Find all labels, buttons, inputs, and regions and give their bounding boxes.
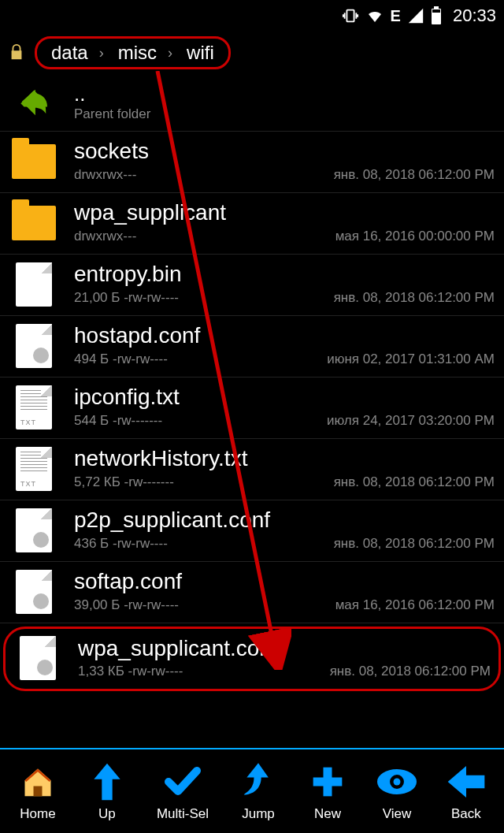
item-name: hostapd.conf [74, 324, 495, 348]
item-meta: 1,33 КБ -rw-rw---- [78, 664, 183, 679]
item-meta: 494 Б -rw-rw---- [74, 351, 168, 367]
folder-row[interactable]: socketsdrwxrwx---янв. 08, 2018 06:12:00 … [0, 132, 504, 193]
home-button[interactable]: Home [18, 762, 57, 822]
toolbar-label: Home [20, 806, 55, 822]
txt-file-icon [16, 385, 52, 430]
file-row[interactable]: networkHistory.txt5,72 КБ -rw-------янв.… [0, 439, 504, 500]
item-date: янв. 08, 2018 06:12:00 PM [330, 664, 491, 679]
toolbar-label: View [383, 806, 412, 822]
item-meta: drwxrwx--- [74, 229, 136, 244]
parent-folder-row[interactable]: .. Parent folder [0, 74, 504, 132]
conf-file-icon [16, 570, 52, 614]
breadcrumb-row: data› misc› wifi [0, 32, 504, 74]
signal-icon [407, 7, 424, 24]
file-icon [16, 262, 52, 307]
clock: 20:33 [453, 6, 496, 26]
item-name: wpa_supplicant [74, 201, 495, 225]
svg-rect-0 [346, 10, 354, 22]
file-row[interactable]: hostapd.conf494 Б -rw-rw----июня 02, 201… [0, 316, 504, 377]
back-arrow-icon [16, 84, 52, 120]
svg-rect-7 [313, 778, 343, 787]
parent-dots: .. [74, 82, 495, 106]
battery-icon [431, 6, 442, 25]
svg-point-10 [393, 779, 400, 786]
item-date: мая 16, 2016 06:12:00 PM [335, 597, 495, 613]
network-edge-icon: E [391, 7, 401, 25]
wifi-icon [365, 6, 384, 25]
file-row[interactable]: entropy.bin21,00 Б -rw-rw----янв. 08, 20… [0, 255, 504, 316]
check-icon [163, 762, 202, 801]
item-date: янв. 08, 2018 06:12:00 PM [334, 167, 495, 183]
svg-rect-5 [33, 787, 42, 797]
item-name: p2p_supplicant.conf [74, 508, 495, 533]
item-date: июля 24, 2017 03:20:00 PM [327, 413, 495, 429]
breadcrumb-segment[interactable]: misc› [118, 42, 172, 64]
chevron-right-icon: › [168, 45, 172, 61]
bottom-toolbar: Home Up Multi-Sel Jump New View Back [0, 748, 504, 833]
item-date: янв. 08, 2018 06:12:00 PM [334, 474, 495, 490]
item-name: wpa_supplicant.conf [78, 637, 491, 661]
toolbar-label: Jump [242, 806, 275, 822]
file-list[interactable]: .. Parent folder socketsdrwxrwx---янв. 0… [0, 74, 504, 691]
item-meta: 39,00 Б -rw-rw---- [74, 597, 179, 613]
lock-icon[interactable] [8, 43, 27, 62]
status-bar: E 20:33 [0, 0, 504, 32]
toolbar-label: New [314, 806, 341, 822]
folder-icon [12, 206, 56, 240]
item-name: entropy.bin [74, 262, 495, 287]
toolbar-label: Up [98, 806, 116, 822]
item-name: ipconfig.txt [74, 385, 495, 410]
breadcrumb-segment[interactable]: data› [51, 42, 104, 64]
item-date: янв. 08, 2018 06:12:00 PM [334, 290, 495, 306]
item-date: июня 02, 2017 01:31:00 AM [327, 351, 495, 367]
txt-file-icon [16, 447, 52, 491]
back-arrow-icon [447, 762, 486, 801]
view-button[interactable]: View [377, 762, 417, 822]
folder-row[interactable]: wpa_supplicantdrwxrwx---мая 16, 2016 00:… [0, 193, 504, 255]
file-row[interactable]: softap.conf39,00 Б -rw-rw----мая 16, 201… [0, 562, 504, 623]
parent-label: Parent folder [74, 106, 495, 122]
folder-icon [12, 144, 56, 179]
item-name: sockets [74, 139, 495, 164]
toolbar-label: Multi-Sel [157, 806, 209, 822]
conf-file-icon [16, 324, 52, 368]
eye-icon [377, 762, 417, 801]
jump-button[interactable]: Jump [239, 762, 278, 822]
item-name: networkHistory.txt [74, 447, 495, 471]
item-meta: 5,72 КБ -rw------- [74, 474, 174, 490]
item-meta: 544 Б -rw------- [74, 413, 162, 429]
item-date: мая 16, 2016 00:00:00 PM [335, 229, 495, 244]
up-button[interactable]: Up [87, 762, 127, 822]
breadcrumb[interactable]: data› misc› wifi [35, 36, 231, 69]
vibrate-icon [342, 7, 359, 24]
breadcrumb-segment[interactable]: wifi [187, 42, 214, 64]
conf-file-icon [20, 636, 56, 680]
item-meta: 436 Б -rw-rw---- [74, 536, 168, 552]
back-button[interactable]: Back [447, 762, 486, 822]
plus-icon [308, 762, 347, 801]
new-button[interactable]: New [308, 762, 347, 822]
svg-rect-2 [434, 6, 439, 9]
home-icon [18, 762, 57, 801]
file-row[interactable]: ipconfig.txt544 Б -rw-------июля 24, 201… [0, 377, 504, 439]
multisel-button[interactable]: Multi-Sel [157, 762, 209, 822]
svg-rect-3 [432, 9, 440, 13]
conf-file-icon [16, 508, 52, 552]
file-row[interactable]: p2p_supplicant.conf436 Б -rw-rw----янв. … [0, 500, 504, 562]
item-meta: drwxrwx--- [74, 167, 136, 183]
jump-icon [239, 762, 278, 801]
item-meta: 21,00 Б -rw-rw---- [74, 290, 179, 306]
item-name: softap.conf [74, 570, 495, 594]
file-row[interactable]: wpa_supplicant.conf1,33 КБ -rw-rw----янв… [3, 627, 501, 691]
toolbar-label: Back [451, 806, 481, 822]
chevron-right-icon: › [99, 45, 104, 61]
up-arrow-icon [87, 762, 127, 801]
item-date: янв. 08, 2018 06:12:00 PM [334, 536, 495, 552]
